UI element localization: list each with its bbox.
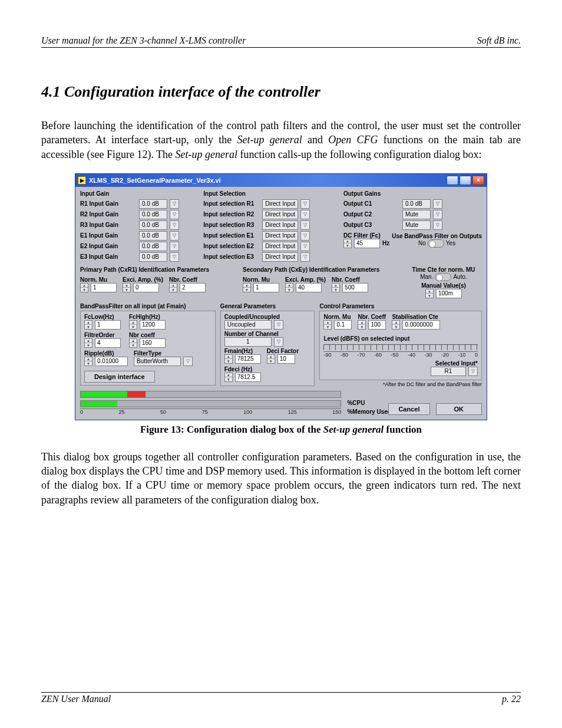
primary-normmu-input[interactable]: 1	[91, 283, 117, 292]
input-gain-5-value[interactable]: 0.0 dB	[139, 252, 167, 262]
filtreorder-spinner[interactable]: ▲▼	[84, 338, 92, 348]
selected-input-note: *After the DC filter and the BandPass fi…	[319, 381, 482, 387]
input-gain-1-value[interactable]: 0.0 dB	[139, 210, 167, 219]
primary-normmu-spinner[interactable]: ▲▼	[80, 283, 88, 292]
maximize-button[interactable]: □	[459, 176, 471, 185]
chevron-down-icon[interactable]: ▽	[300, 252, 310, 262]
secondary-normmu-input[interactable]: 1	[253, 283, 279, 292]
time-cte-label: Time Cte for norm. MU	[405, 266, 482, 273]
chevron-down-icon[interactable]: ▽	[433, 210, 442, 219]
ctrl-stab-spinner[interactable]: ▲▼	[392, 320, 400, 330]
chevron-down-icon[interactable]: ▽	[468, 367, 478, 376]
fdeci-spinner[interactable]: ▲▼	[224, 373, 233, 382]
chevron-down-icon[interactable]: ▽	[170, 210, 179, 219]
close-button[interactable]: ×	[472, 176, 484, 185]
fclow-input[interactable]: 1	[95, 320, 121, 330]
input-sel-1-label: Input selection R2	[203, 211, 260, 218]
secondary-normmu-spinner[interactable]: ▲▼	[243, 283, 251, 292]
input-gain-4-value[interactable]: 0.0 dB	[139, 242, 167, 251]
ripple-spinner[interactable]: ▲▼	[84, 357, 92, 366]
input-sel-0-value[interactable]: Direct Input	[262, 199, 298, 209]
output-2-value[interactable]: Mute	[402, 220, 431, 230]
timecte-toggle[interactable]	[435, 273, 451, 281]
dc-filter-input[interactable]: 45	[354, 239, 380, 248]
primary-nbr-input[interactable]: 2	[180, 283, 206, 292]
dc-filter-spinner[interactable]: ▲▼	[343, 239, 352, 248]
input-sel-5-value[interactable]: Direct Input	[262, 252, 298, 262]
header-left: User manual for the ZEN 3-channel X-LMS …	[41, 35, 246, 46]
input-gain-2-value[interactable]: 0.0 dB	[139, 220, 167, 230]
output-gains-header: Output Gains	[343, 190, 482, 197]
nbrcoeff2-input[interactable]: 160	[140, 338, 166, 348]
chevron-down-icon[interactable]: ▽	[170, 231, 179, 241]
chevron-down-icon[interactable]: ▽	[300, 210, 310, 219]
page-footer: ZEN User Manual p. 22	[41, 692, 521, 704]
chevron-down-icon[interactable]: ▽	[300, 231, 310, 241]
input-gain-header: Input Gain	[80, 190, 197, 197]
bandpass-toggle[interactable]	[428, 239, 444, 248]
figure-caption: Figure 13: Configuration dialog box of t…	[41, 424, 521, 436]
primary-exci-spinner[interactable]: ▲▼	[123, 283, 131, 292]
fmain-input[interactable]: 78125	[235, 354, 261, 364]
chevron-down-icon[interactable]: ▽	[274, 320, 283, 330]
filtreorder-input[interactable]: 4	[95, 338, 121, 348]
chevron-down-icon[interactable]: ▽	[300, 220, 310, 230]
deci-spinner[interactable]: ▲▼	[267, 354, 275, 364]
input-sel-1-value[interactable]: Direct Input	[262, 210, 298, 219]
level-scale: -90-80-70-60-50-40-30-20-100	[323, 351, 478, 358]
secondary-exci-spinner[interactable]: ▲▼	[285, 283, 293, 292]
chevron-down-icon[interactable]: ▽	[300, 242, 310, 251]
ctrl-normmu-input[interactable]: 0.1	[334, 320, 352, 330]
chevron-down-icon[interactable]: ▽	[433, 220, 442, 230]
ctrl-stab-input[interactable]: 0.0000000	[402, 320, 440, 330]
output-0-value[interactable]: 0.0 dB	[402, 199, 431, 209]
chevron-down-icon[interactable]: ▽	[300, 199, 310, 209]
filtertype-select[interactable]: ButterWorth	[134, 357, 181, 366]
ctrl-nbr-input[interactable]: 100	[368, 320, 386, 330]
input-sel-3-value[interactable]: Direct Input	[262, 231, 298, 241]
input-gain-3-value[interactable]: 0.0 dB	[139, 231, 167, 241]
manual-value-spinner[interactable]: ▲▼	[425, 289, 434, 298]
deci-input[interactable]: 10	[277, 354, 295, 364]
primary-nbr-spinner[interactable]: ▲▼	[169, 283, 177, 292]
secondary-nbr-spinner[interactable]: ▲▼	[332, 283, 340, 292]
primary-exci-input[interactable]: 0	[133, 283, 159, 292]
secondary-exci-input[interactable]: 40	[296, 283, 322, 292]
fmain-spinner[interactable]: ▲▼	[224, 354, 233, 364]
chevron-down-icon[interactable]: ▽	[170, 220, 179, 230]
section-title: 4.1 Configuration interface of the contr…	[41, 83, 521, 101]
titlebar[interactable]: ▶ XLMS_SR2_SetGeneralParameter_Ver3x.vi …	[75, 174, 487, 187]
fdeci-input[interactable]: 7812.5	[235, 373, 261, 382]
fchigh-input[interactable]: 1200	[140, 320, 166, 330]
minimize-button[interactable]: _	[447, 176, 458, 185]
design-interface-button[interactable]: Design interface	[84, 371, 155, 383]
input-sel-2-value[interactable]: Direct Input	[262, 220, 298, 230]
footer-left: ZEN User Manual	[41, 694, 111, 704]
nbrcoeff2-spinner[interactable]: ▲▼	[129, 338, 137, 348]
chevron-down-icon[interactable]: ▽	[170, 242, 179, 251]
ctrl-normmu-spinner[interactable]: ▲▼	[323, 320, 332, 330]
fchigh-spinner[interactable]: ▲▼	[129, 320, 137, 330]
chevron-down-icon[interactable]: ▽	[274, 337, 283, 347]
ctrl-nbr-spinner[interactable]: ▲▼	[358, 320, 366, 330]
output-1-value[interactable]: Mute	[402, 210, 431, 219]
input-gain-0-value[interactable]: 0.0 dB	[139, 199, 167, 209]
cancel-button[interactable]: Cancel	[388, 403, 429, 415]
ok-button[interactable]: OK	[436, 403, 482, 415]
chevron-down-icon[interactable]: ▽	[170, 199, 179, 209]
manual-value-input[interactable]: 100m	[436, 289, 462, 298]
coupled-select[interactable]: Uncoupled	[224, 320, 272, 330]
selected-input-select[interactable]: R1	[431, 367, 466, 376]
chevron-down-icon[interactable]: ▽	[433, 199, 442, 209]
fclow-spinner[interactable]: ▲▼	[84, 320, 92, 330]
numchannel-select[interactable]: 1	[224, 337, 272, 347]
input-sel-0-label: Input selection R1	[203, 200, 260, 207]
input-sel-4-value[interactable]: Direct Input	[262, 242, 298, 251]
level-label: Level (dBFS) on selected input	[323, 335, 478, 342]
chevron-down-icon[interactable]: ▽	[183, 357, 193, 366]
chevron-down-icon[interactable]: ▽	[170, 252, 179, 262]
dc-filter-label: DC Filter (Fc)	[343, 232, 389, 239]
footer-right: p. 22	[502, 694, 521, 704]
secondary-nbr-input[interactable]: 500	[342, 283, 368, 292]
ripple-input[interactable]: 0.01000	[95, 357, 128, 366]
